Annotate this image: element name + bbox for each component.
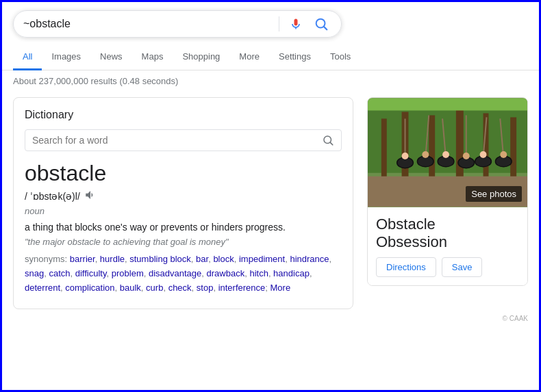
search-bar-row — [13, 10, 528, 38]
results-count: About 237,000,000 results (0.48 seconds) — [2, 70, 539, 92]
tab-shopping[interactable]: Shopping — [173, 44, 229, 70]
synonyms-label: synonyms: — [25, 254, 67, 264]
syn-stumbling-block[interactable]: stumbling block — [129, 254, 191, 264]
svg-point-29 — [480, 151, 487, 158]
place-name: ObstacleObsession — [376, 215, 519, 252]
svg-line-3 — [330, 142, 332, 144]
svg-rect-9 — [456, 109, 464, 180]
tab-images[interactable]: Images — [42, 44, 90, 70]
tab-maps[interactable]: Maps — [132, 44, 173, 70]
syn-barrier[interactable]: barrier — [70, 254, 95, 264]
syn-handicap[interactable]: handicap — [273, 268, 310, 278]
syn-impediment[interactable]: impediment — [239, 254, 285, 264]
dictionary-search-button[interactable] — [322, 134, 334, 146]
syn-disadvantage[interactable]: disadvantage — [149, 268, 201, 278]
syn-stop[interactable]: stop — [197, 283, 214, 293]
dictionary-title: Dictionary — [25, 109, 342, 121]
photo-area: See photos — [368, 98, 527, 207]
watermark: © CAAK — [2, 312, 539, 325]
syn-problem[interactable]: problem — [112, 268, 144, 278]
syn-complication[interactable]: complication — [65, 283, 114, 293]
syn-difficulty[interactable]: difficulty — [75, 268, 107, 278]
synonyms-line: synonyms: barrier, hurdle, stumbling blo… — [25, 252, 342, 295]
pos-label: noun — [25, 206, 342, 216]
svg-point-30 — [500, 151, 507, 158]
svg-rect-31 — [368, 99, 527, 111]
tab-more[interactable]: More — [229, 44, 269, 70]
syn-block[interactable]: block — [213, 254, 234, 264]
syn-check[interactable]: check — [168, 283, 192, 293]
mic-icon — [289, 17, 303, 31]
svg-line-1 — [324, 27, 327, 29]
synonyms-list: barrier, hurdle, stumbling block, bar, b… — [25, 254, 331, 293]
save-button[interactable]: Save — [442, 257, 483, 277]
left-column: Dictionary obstacle / ˈɒbstək(ə)l/ — [13, 97, 353, 309]
svg-rect-8 — [429, 115, 435, 179]
definition: a thing that blocks one's way or prevent… — [25, 222, 342, 233]
tab-settings[interactable]: Settings — [269, 44, 320, 70]
search-button[interactable] — [311, 16, 331, 31]
right-column: See photos ObstacleObsession Directions … — [367, 97, 528, 309]
svg-rect-6 — [381, 118, 387, 179]
search-box — [13, 10, 342, 38]
svg-point-25 — [402, 153, 409, 159]
place-card: See photos ObstacleObsession Directions … — [367, 97, 528, 286]
main-content: Dictionary obstacle / ˈɒbstək(ə)l/ — [2, 97, 539, 309]
speaker-icon[interactable] — [84, 189, 97, 203]
search-icon — [322, 134, 334, 146]
nav-tabs: All Images News Maps Shopping More Setti… — [2, 44, 539, 70]
syn-baulk[interactable]: baulk — [120, 283, 141, 293]
svg-point-28 — [463, 153, 470, 159]
tab-news[interactable]: News — [90, 44, 132, 70]
syn-catch[interactable]: catch — [49, 268, 70, 278]
place-info: ObstacleObsession Directions Save — [368, 207, 527, 285]
word-heading: obstacle — [25, 161, 342, 186]
place-actions: Directions Save — [376, 257, 519, 277]
syn-hindrance[interactable]: hindrance — [290, 254, 329, 264]
syn-hitch[interactable]: hitch — [249, 268, 268, 278]
directions-button[interactable]: Directions — [376, 257, 436, 277]
syn-snag[interactable]: snag — [25, 268, 44, 278]
divider — [279, 16, 279, 31]
syn-curb[interactable]: curb — [146, 283, 163, 293]
syn-drawback[interactable]: drawback — [207, 268, 245, 278]
example-quote: "the major obstacle to achieving that go… — [25, 237, 342, 247]
dictionary-search-row — [25, 129, 342, 151]
search-icon — [314, 16, 329, 31]
dictionary-card: Dictionary obstacle / ˈɒbstək(ə)l/ — [13, 97, 353, 309]
see-photos-button[interactable]: See photos — [466, 186, 522, 202]
synonyms-more-link[interactable]: More — [270, 283, 291, 293]
dictionary-search-input[interactable] — [32, 135, 322, 146]
tab-all[interactable]: All — [13, 44, 42, 70]
pronunciation: / ˈɒbstək(ə)l/ — [25, 189, 342, 203]
search-input[interactable] — [23, 18, 272, 30]
syn-bar[interactable]: bar — [196, 254, 208, 264]
svg-rect-11 — [510, 117, 516, 179]
mic-button[interactable] — [286, 17, 305, 31]
syn-deterrent[interactable]: deterrent — [25, 283, 60, 293]
header — [2, 2, 539, 38]
svg-point-26 — [422, 151, 429, 158]
syn-interference[interactable]: interference — [218, 283, 266, 293]
syn-hurdle[interactable]: hurdle — [100, 254, 125, 264]
tab-tools[interactable]: Tools — [320, 44, 360, 70]
svg-point-27 — [442, 151, 449, 158]
